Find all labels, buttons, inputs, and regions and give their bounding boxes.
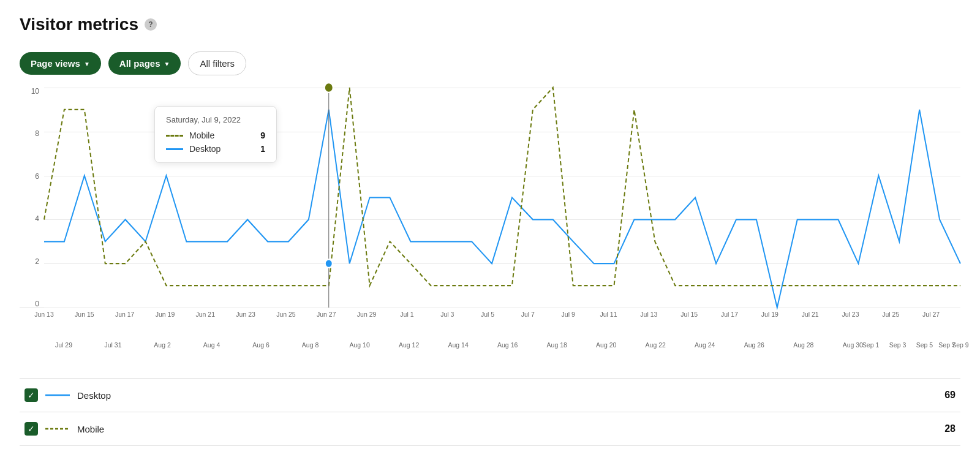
x-label-jul5: Jul 5 xyxy=(481,311,494,318)
y-label-2: 2 xyxy=(20,258,39,265)
x-label-jun15: Jun 15 xyxy=(75,311,94,318)
tooltip-desktop-row: Desktop 1 xyxy=(166,144,265,154)
x-label-jul31: Jul 31 xyxy=(105,341,122,349)
x-axis: Jun 13 Jun 15 Jun 17 Jun 19 Jun 21 Jun 2… xyxy=(44,311,960,341)
tooltip-mobile-row: Mobile 9 xyxy=(166,130,265,140)
all-filters-button[interactable]: All filters xyxy=(188,51,246,75)
x-label-sep1: Sep 1 xyxy=(862,341,879,349)
page-header: Visitor metrics ? xyxy=(20,15,960,34)
chart-container: 10 8 6 4 2 0 xyxy=(20,88,960,345)
y-axis: 10 8 6 4 2 0 xyxy=(20,88,44,308)
x-label-jul21: Jul 21 xyxy=(802,311,819,318)
x-label-jul11: Jul 11 xyxy=(600,311,617,318)
legend-mobile-item: ✓ Mobile 28 xyxy=(20,412,960,446)
x-label-jun17: Jun 17 xyxy=(115,311,135,318)
tooltip-desktop-label: Desktop xyxy=(189,144,254,154)
x-label-jul3: Jul 3 xyxy=(440,311,454,318)
y-label-8: 8 xyxy=(20,130,39,137)
chart-area: 10 8 6 4 2 0 xyxy=(20,88,960,308)
x-label-sep5: Sep 5 xyxy=(916,341,933,349)
tooltip-mobile-value: 9 xyxy=(260,130,265,140)
x-axis-row2: Jul 29 Jul 31 Aug 2 Aug 4 Aug 6 Aug 8 Au… xyxy=(64,341,960,353)
toolbar: Page views ▼ All pages ▼ All filters xyxy=(20,51,960,75)
x-label-jun29: Jun 29 xyxy=(357,311,377,318)
x-label-jul7: Jul 7 xyxy=(521,311,535,318)
x-label-jul15: Jul 15 xyxy=(680,311,698,318)
check-icon: ✓ xyxy=(28,391,35,399)
help-icon[interactable]: ? xyxy=(145,18,157,31)
page-views-label: Page views xyxy=(31,58,80,69)
tooltip-mobile-line xyxy=(166,135,183,137)
desktop-line-icon xyxy=(45,394,70,396)
all-filters-label: All filters xyxy=(200,58,235,69)
page-title: Visitor metrics xyxy=(20,15,138,34)
x-label-aug26: Aug 26 xyxy=(744,341,764,349)
x-label-jul9: Jul 9 xyxy=(562,311,575,318)
grid-line-0 xyxy=(44,308,960,308)
y-label-6: 6 xyxy=(20,173,39,180)
y-label-4: 4 xyxy=(20,215,39,222)
x-label-jun27: Jun 27 xyxy=(317,311,336,318)
check-icon-2: ✓ xyxy=(28,425,35,433)
x-label-aug6: Aug 6 xyxy=(252,341,269,349)
x-label-aug16: Aug 16 xyxy=(497,341,518,349)
desktop-line-indicator xyxy=(45,394,70,396)
y-label-0: 0 xyxy=(20,300,39,308)
all-pages-button[interactable]: All pages ▼ xyxy=(108,52,181,75)
desktop-legend-count: 69 xyxy=(944,390,956,401)
x-label-jul23: Jul 23 xyxy=(842,311,859,318)
x-label-sep3: Sep 3 xyxy=(889,341,906,349)
x-label-aug12: Aug 12 xyxy=(399,341,419,349)
chart-plot-area: Saturday, Jul 9, 2022 Mobile 9 Desktop 1 xyxy=(44,88,960,308)
x-label-jul29: Jul 29 xyxy=(55,341,72,349)
desktop-dot xyxy=(325,259,333,267)
tooltip-mobile-label: Mobile xyxy=(189,130,254,140)
x-label-aug2: Aug 2 xyxy=(154,341,170,349)
x-label-aug18: Aug 18 xyxy=(547,341,567,349)
x-label-aug4: Aug 4 xyxy=(203,341,220,349)
mobile-legend-count: 28 xyxy=(944,423,956,434)
x-label-aug8: Aug 8 xyxy=(302,341,318,349)
x-label-jun13: Jun 13 xyxy=(34,311,54,318)
x-label-aug30: Aug 30 xyxy=(843,341,863,349)
x-label-jul27: Jul 27 xyxy=(922,311,940,318)
x-label-jun25: Jun 25 xyxy=(276,311,296,318)
page-views-button[interactable]: Page views ▼ xyxy=(20,52,101,75)
x-label-aug20: Aug 20 xyxy=(596,341,616,349)
all-pages-arrow-icon: ▼ xyxy=(164,61,170,67)
y-label-10: 10 xyxy=(20,88,39,95)
tooltip-date: Saturday, Jul 9, 2022 xyxy=(166,115,265,124)
page-views-arrow-icon: ▼ xyxy=(84,61,90,67)
tooltip-desktop-line xyxy=(166,148,183,150)
x-label-jul17: Jul 17 xyxy=(721,311,738,318)
x-label-jun21: Jun 21 xyxy=(196,311,216,318)
all-pages-label: All pages xyxy=(119,58,160,69)
x-label-sep9: Sep 9 xyxy=(952,341,968,349)
x-label-jul1: Jul 1 xyxy=(400,311,413,318)
legend-section: ✓ Desktop 69 ✓ Mobile 28 xyxy=(20,378,960,446)
chart-tooltip: Saturday, Jul 9, 2022 Mobile 9 Desktop 1 xyxy=(154,106,277,163)
desktop-legend-label: Desktop xyxy=(77,390,937,401)
mobile-legend-label: Mobile xyxy=(77,424,937,434)
x-label-jul19: Jul 19 xyxy=(761,311,778,318)
tooltip-desktop-value: 1 xyxy=(260,144,265,154)
x-label-aug14: Aug 14 xyxy=(448,341,469,349)
x-label-jul25: Jul 25 xyxy=(882,311,899,318)
x-label-jun23: Jun 23 xyxy=(236,311,255,318)
mobile-dot xyxy=(325,83,333,93)
legend-desktop-item: ✓ Desktop 69 xyxy=(20,379,960,412)
x-label-aug22: Aug 22 xyxy=(646,341,666,349)
x-label-jun19: Jun 19 xyxy=(156,311,175,318)
x-label-jul13: Jul 13 xyxy=(640,311,657,318)
mobile-line-icon xyxy=(45,428,70,430)
x-label-aug28: Aug 28 xyxy=(793,341,813,349)
desktop-checkbox[interactable]: ✓ xyxy=(24,388,38,402)
mobile-checkbox[interactable]: ✓ xyxy=(24,422,38,436)
x-label-aug24: Aug 24 xyxy=(695,341,715,349)
mobile-line-indicator xyxy=(45,428,70,430)
x-label-aug10: Aug 10 xyxy=(349,341,369,349)
